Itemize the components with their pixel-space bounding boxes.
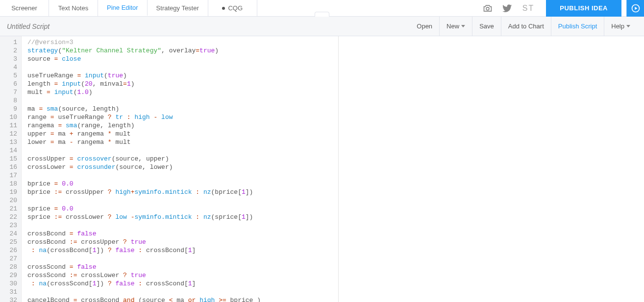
camera-icon bbox=[483, 3, 493, 13]
line-number: 26 bbox=[2, 246, 17, 255]
line-number: 21 bbox=[2, 205, 17, 213]
user-badge[interactable]: ST bbox=[520, 4, 537, 13]
status-dot-icon bbox=[222, 7, 225, 10]
line-number: 23 bbox=[2, 221, 17, 230]
svg-point-0 bbox=[486, 7, 489, 10]
line-number: 30 bbox=[2, 279, 17, 288]
line-number: 20 bbox=[2, 196, 17, 205]
top-actions: ST PUBLISH IDEA bbox=[480, 0, 644, 16]
line-number: 27 bbox=[2, 255, 17, 263]
code-line[interactable] bbox=[27, 146, 644, 155]
line-number: 31 bbox=[2, 288, 17, 296]
new-button-label: New bbox=[446, 23, 459, 30]
editor-actions: Open New Save Add to Chart Publish Scrip… bbox=[410, 17, 637, 36]
line-number: 6 bbox=[2, 80, 17, 88]
line-number: 7 bbox=[2, 88, 17, 96]
line-number: 11 bbox=[2, 121, 17, 130]
code-line[interactable]: rangema = sma(range, length) bbox=[27, 121, 644, 130]
publish-script-button[interactable]: Publish Script bbox=[551, 17, 604, 36]
code-line[interactable] bbox=[27, 221, 644, 230]
script-title: Untitled Script bbox=[7, 23, 50, 30]
line-number: 2 bbox=[2, 46, 17, 55]
help-button-label: Help bbox=[611, 23, 624, 30]
line-number: 9 bbox=[2, 105, 17, 113]
code-line[interactable]: crossBcond = false bbox=[27, 230, 644, 238]
chevron-down-icon bbox=[461, 25, 465, 27]
line-number: 24 bbox=[2, 230, 17, 238]
code-line[interactable]: ma = sma(source, length) bbox=[27, 105, 644, 113]
code-line[interactable] bbox=[27, 171, 644, 180]
line-number: 1 bbox=[2, 38, 17, 46]
code-line[interactable]: useTrueRange = input(true) bbox=[27, 71, 644, 80]
code-line[interactable] bbox=[27, 196, 644, 205]
line-number: 22 bbox=[2, 213, 17, 221]
code-line[interactable]: bprice = 0.0 bbox=[27, 180, 644, 188]
code-line[interactable]: crossScond := crossLower ? true bbox=[27, 271, 644, 279]
editor-toolbar: Untitled Script Open New Save Add to Cha… bbox=[0, 17, 644, 36]
line-number: 32 bbox=[2, 296, 17, 302]
line-number: 5 bbox=[2, 71, 17, 80]
save-button[interactable]: Save bbox=[472, 17, 501, 36]
code-line[interactable]: mult = input(1.0) bbox=[27, 88, 644, 96]
code-line[interactable]: strategy("Keltner Channel Strategy", ove… bbox=[27, 46, 644, 55]
code-line[interactable]: crossScond = false bbox=[27, 263, 644, 271]
bottom-tabs: Screener Text Notes Pine Editor Strategy… bbox=[0, 0, 257, 16]
open-button[interactable]: Open bbox=[410, 17, 439, 36]
code-line[interactable]: : na(crossBcond[1]) ? false : crossBcond… bbox=[27, 246, 644, 255]
code-line[interactable]: crossLower = crossunder(source, lower) bbox=[27, 163, 644, 171]
code-line[interactable]: upper = ma + rangema * mult bbox=[27, 130, 644, 138]
code-line[interactable]: bprice := crossUpper ? high+syminfo.mint… bbox=[27, 188, 644, 196]
code-line[interactable]: crossBcond := crossUpper ? true bbox=[27, 238, 644, 246]
line-number: 29 bbox=[2, 271, 17, 279]
new-button[interactable]: New bbox=[439, 17, 472, 36]
code-line[interactable] bbox=[27, 63, 644, 71]
play-icon bbox=[631, 3, 641, 13]
line-number: 10 bbox=[2, 113, 17, 121]
tab-screener[interactable]: Screener bbox=[0, 0, 49, 16]
code-line[interactable]: length = input(20, minval=1) bbox=[27, 80, 644, 88]
tab-text-notes[interactable]: Text Notes bbox=[49, 0, 98, 16]
chevron-down-icon bbox=[626, 25, 630, 27]
code-line[interactable] bbox=[27, 96, 644, 105]
tab-pine-editor[interactable]: Pine Editor bbox=[98, 0, 148, 16]
help-button[interactable]: Help bbox=[604, 17, 637, 36]
tab-cqg[interactable]: CQG bbox=[208, 0, 257, 16]
line-number: 16 bbox=[2, 163, 17, 171]
code-line[interactable]: cancelBcond = crossBcond and (source < m… bbox=[27, 296, 644, 302]
tab-cqg-label: CQG bbox=[228, 4, 243, 12]
code-line[interactable] bbox=[27, 255, 644, 263]
line-number: 12 bbox=[2, 130, 17, 138]
code-line[interactable]: source = close bbox=[27, 55, 644, 63]
code-line[interactable]: sprice := crossLower ? low -syminfo.mint… bbox=[27, 213, 644, 221]
drag-handle-icon[interactable] bbox=[315, 12, 329, 17]
play-button[interactable] bbox=[626, 0, 644, 17]
twitter-share-button[interactable] bbox=[500, 0, 515, 17]
line-gutter: 1234567891011121314151617181920212223242… bbox=[0, 36, 22, 302]
line-number: 18 bbox=[2, 180, 17, 188]
code-line[interactable]: sprice = 0.0 bbox=[27, 205, 644, 213]
line-number: 15 bbox=[2, 155, 17, 163]
code-line[interactable] bbox=[27, 288, 644, 296]
editor-vertical-separator bbox=[338, 36, 339, 302]
line-number: 3 bbox=[2, 55, 17, 63]
code-line[interactable]: crossUpper = crossover(source, upper) bbox=[27, 155, 644, 163]
screenshot-button[interactable] bbox=[480, 0, 495, 17]
line-number: 25 bbox=[2, 238, 17, 246]
code-line[interactable]: : na(crossScond[1]) ? false : crossScond… bbox=[27, 279, 644, 288]
publish-idea-button[interactable]: PUBLISH IDEA bbox=[546, 0, 621, 17]
code-area[interactable]: //@version=3strategy("Keltner Channel St… bbox=[22, 36, 644, 302]
line-number: 19 bbox=[2, 188, 17, 196]
line-number: 13 bbox=[2, 138, 17, 146]
add-to-chart-button[interactable]: Add to Chart bbox=[501, 17, 551, 36]
code-editor[interactable]: 1234567891011121314151617181920212223242… bbox=[0, 36, 644, 302]
twitter-icon bbox=[502, 3, 512, 13]
line-number: 28 bbox=[2, 263, 17, 271]
code-line[interactable]: lower = ma - rangema * mult bbox=[27, 138, 644, 146]
code-line[interactable]: range = useTrueRange ? tr : high - low bbox=[27, 113, 644, 121]
line-number: 8 bbox=[2, 96, 17, 105]
line-number: 4 bbox=[2, 63, 17, 71]
tab-strategy-tester[interactable]: Strategy Tester bbox=[148, 0, 208, 16]
line-number: 14 bbox=[2, 146, 17, 155]
code-line[interactable]: //@version=3 bbox=[27, 38, 644, 46]
line-number: 17 bbox=[2, 171, 17, 180]
